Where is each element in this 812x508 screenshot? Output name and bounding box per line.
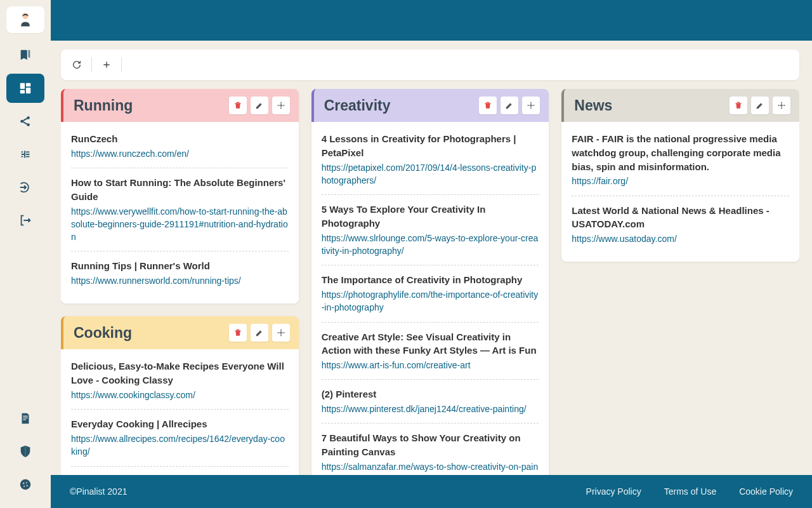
edit-button[interactable] — [751, 97, 769, 114]
link-item[interactable]: Delicious, Easy-to-Make Recipes Everyone… — [71, 352, 289, 410]
nav-dashboard[interactable] — [6, 74, 44, 103]
card-body: RunCzechhttps://www.runczech.com/en/How … — [61, 122, 299, 304]
link-url: https://www.allrecipes.com/recipes/1642/… — [71, 432, 289, 458]
svg-rect-3 — [26, 88, 30, 93]
card-news: NewsFAIR - FAIR is the national progress… — [561, 89, 799, 262]
edit-button[interactable] — [251, 97, 268, 114]
svg-point-9 — [23, 483, 24, 484]
link-title: Delicious, Easy-to-Make Recipes Everyone… — [71, 359, 289, 387]
sidebar — [0, 0, 51, 508]
card-body: FAIR - FAIR is the national progressive … — [561, 122, 799, 262]
link-url: https://www.slrlounge.com/5-ways-to-expl… — [322, 232, 539, 258]
move-icon — [527, 101, 535, 110]
link-url: https://www.runczech.com/en/ — [71, 147, 289, 160]
link-item[interactable]: The Importance of Creativity in Photogra… — [322, 265, 539, 322]
link-url: https://www.verywellfit.com/how-to-start… — [71, 205, 289, 244]
footer: ©Pinalist 2021 Privacy Policy Terms of U… — [51, 475, 812, 508]
svg-rect-4 — [20, 90, 25, 94]
main: RunningRunCzechhttps://www.runczech.com/… — [51, 0, 812, 508]
edit-button[interactable] — [501, 97, 518, 114]
card-title: News — [574, 97, 612, 114]
link-item[interactable]: 5 Ways To Explore Your Creativity In Pho… — [322, 195, 539, 265]
link-item[interactable]: Running Tips | Runner's Worldhttps://www… — [71, 251, 289, 295]
footer-link-cookies[interactable]: Cookie Policy — [739, 486, 793, 497]
link-url: https://www.runnersworld.com/running-tip… — [71, 274, 289, 287]
trash-icon — [233, 101, 242, 110]
link-title: 7 Beautiful Ways to Show Your Creativity… — [322, 431, 539, 459]
nav-cookies[interactable] — [6, 470, 44, 499]
refresh-button[interactable] — [66, 54, 88, 76]
nav-privacy[interactable] — [6, 437, 44, 466]
svg-point-12 — [27, 485, 28, 486]
add-button[interactable] — [96, 54, 117, 76]
link-url: https://www.usatoday.com/ — [572, 232, 789, 245]
link-title: RunCzech — [71, 132, 289, 146]
link-title: 5 Ways To Explore Your Creativity In Pho… — [322, 203, 539, 231]
link-title: FAIR - FAIR is the national progressive … — [572, 132, 789, 173]
link-title: 4 Lessons in Creativity for Photographer… — [322, 132, 539, 160]
move-icon — [277, 101, 285, 110]
link-url: https://salmanzafar.me/ways-to-show-crea… — [322, 460, 539, 475]
pencil-icon — [505, 101, 514, 110]
link-url: https://www.cookingclassy.com/ — [71, 389, 289, 401]
nav-terms[interactable] — [6, 404, 44, 433]
nav-share[interactable] — [6, 107, 44, 136]
card-title: Creativity — [324, 97, 391, 114]
delete-button[interactable] — [229, 324, 247, 342]
link-item[interactable]: Everyday Cooking | Allrecipeshttps://www… — [71, 410, 289, 466]
pencil-icon — [756, 101, 764, 110]
footer-copyright: ©Pinalist 2021 — [70, 486, 127, 497]
avatar[interactable] — [6, 6, 44, 33]
link-url: https://fair.org/ — [572, 175, 789, 187]
pencil-icon — [255, 328, 264, 337]
footer-link-privacy[interactable]: Privacy Policy — [586, 486, 641, 497]
link-item[interactable]: How to Start Running: The Absolute Begin… — [71, 168, 289, 251]
link-title: Running Tips | Runner's World — [71, 259, 289, 273]
move-button[interactable] — [272, 97, 290, 114]
edit-button[interactable] — [251, 324, 268, 342]
link-url: https://www.art-is-fun.com/creative-art — [322, 359, 539, 371]
link-item[interactable]: 7 Beautiful Ways to Show Your Creativity… — [322, 424, 539, 475]
delete-button[interactable] — [479, 97, 497, 114]
svg-point-10 — [26, 482, 27, 483]
nav-bookmarks[interactable] — [6, 41, 44, 70]
link-item[interactable]: Creative Art Style: See Visual Creativit… — [322, 323, 539, 380]
svg-rect-2 — [26, 83, 30, 87]
move-button[interactable] — [272, 324, 290, 342]
nav-import[interactable] — [6, 173, 44, 202]
delete-button[interactable] — [730, 97, 747, 114]
trash-icon — [483, 101, 492, 110]
footer-link-terms[interactable]: Terms of Use — [664, 486, 716, 497]
card-title: Cooking — [74, 324, 132, 342]
svg-point-8 — [20, 479, 31, 490]
trash-icon — [233, 328, 242, 337]
card-cooking: CookingDelicious, Easy-to-Make Recipes E… — [61, 316, 299, 475]
toolbar — [61, 50, 799, 80]
link-url: https://petapixel.com/2017/09/14/4-lesso… — [322, 161, 539, 187]
trash-icon — [734, 101, 743, 110]
link-url: https://www.pinterest.dk/janej1244/creat… — [322, 403, 539, 415]
link-item[interactable]: Latest World & National News & Headlines… — [572, 196, 789, 253]
move-button[interactable] — [773, 97, 790, 114]
link-item[interactable]: RunCzechhttps://www.runczech.com/en/ — [71, 124, 289, 168]
svg-point-11 — [23, 486, 25, 487]
pencil-icon — [255, 101, 264, 110]
nav-logout[interactable] — [6, 206, 44, 235]
link-title: Latest World & National News & Headlines… — [572, 204, 789, 232]
card-header: Creativity — [311, 89, 549, 122]
card-body: Delicious, Easy-to-Make Recipes Everyone… — [61, 349, 299, 475]
board-scroll[interactable]: RunningRunCzechhttps://www.runczech.com/… — [61, 89, 799, 475]
link-item[interactable]: (2) Pinteresthttps://www.pinterest.dk/ja… — [322, 380, 539, 424]
link-item[interactable]: 4 Lessons in Creativity for Photographer… — [322, 124, 539, 195]
link-item[interactable]: Recipes | Free Recipes | Good Foodhttps:… — [71, 467, 289, 475]
card-header: Running — [61, 89, 299, 122]
delete-button[interactable] — [229, 97, 247, 114]
link-title: Everyday Cooking | Allrecipes — [71, 417, 289, 431]
svg-rect-1 — [20, 83, 25, 89]
nav-tags[interactable] — [6, 140, 44, 169]
move-button[interactable] — [522, 97, 540, 114]
link-item[interactable]: FAIR - FAIR is the national progressive … — [572, 124, 789, 196]
link-title: The Importance of Creativity in Photogra… — [322, 273, 539, 287]
card-header: News — [561, 89, 799, 122]
card-creativity: Creativity4 Lessons in Creativity for Ph… — [311, 89, 549, 475]
